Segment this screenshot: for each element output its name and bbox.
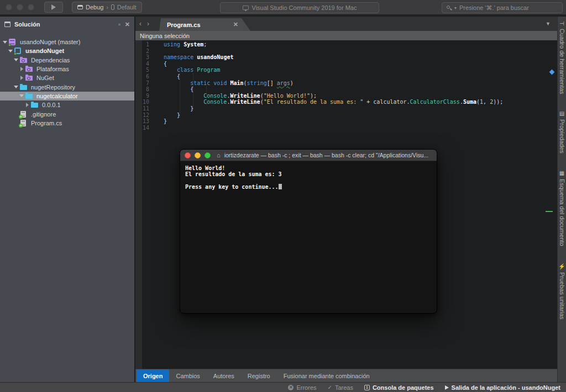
overview-change-marker bbox=[546, 211, 553, 212]
vc-tab-registro[interactable]: Registro bbox=[241, 369, 277, 382]
application-output-icon bbox=[445, 385, 449, 390]
tree-item-nugetcalculator[interactable]: nugetcalculator bbox=[0, 92, 134, 100]
code-line: 11 } bbox=[135, 105, 503, 112]
expand-icon[interactable] bbox=[19, 67, 24, 71]
collapse-icon[interactable] bbox=[2, 41, 8, 44]
tab-label: Program.cs bbox=[167, 22, 201, 28]
toolbox-icon: ⊤ bbox=[559, 21, 565, 26]
terminal-minimize-button[interactable] bbox=[195, 152, 201, 158]
code-line: 9 Console.WriteLine("Hello World!"); bbox=[135, 93, 503, 99]
collapse-icon[interactable] bbox=[8, 50, 13, 52]
status-item-consola-de-paquetes[interactable]: 1Consola de paquetes bbox=[364, 384, 434, 391]
vs-for-mac-window: Debug › Default Visual Studio Community … bbox=[0, 0, 566, 392]
tab-program-cs[interactable]: Program.cs ✕ bbox=[159, 18, 250, 31]
pad-tab-esquema-del-documento[interactable]: ▦Esquema del documento bbox=[559, 170, 565, 246]
configuration-icon bbox=[77, 5, 83, 9]
pad-tab-propiedades[interactable]: ▤Propiedades bbox=[559, 110, 565, 153]
pad-tab-cuadro-de-herramientas[interactable]: ⊤Cuadro de herramientas bbox=[559, 21, 565, 94]
line-number: 9 bbox=[135, 93, 164, 99]
breadcrumb[interactable]: Ninguna selección bbox=[135, 31, 557, 40]
document-tabbar: ‹› Program.cs ✕ ▼ bbox=[135, 17, 557, 31]
terminal-close-button[interactable] bbox=[185, 152, 191, 158]
collapse-icon[interactable] bbox=[13, 86, 19, 88]
status-item-label: Consola de paquetes bbox=[373, 384, 434, 391]
tree-item-plataformas[interactable]: Plataformas bbox=[0, 65, 134, 73]
close-pad-button[interactable]: ✕ bbox=[125, 21, 130, 28]
outline-icon: ▦ bbox=[559, 170, 565, 176]
line-number: 2 bbox=[135, 48, 164, 55]
terminal-line: Hello World! bbox=[185, 165, 432, 171]
app-icon bbox=[243, 6, 249, 10]
code-line: 13} bbox=[135, 118, 503, 125]
folder-purple-icon bbox=[25, 75, 33, 81]
tree-item-usandonuget-master-[interactable]: usandoNuget (master) bbox=[0, 38, 134, 46]
solution-pad-icon bbox=[4, 22, 11, 27]
git-added-badge: + bbox=[19, 115, 23, 119]
tab-list-dropdown-icon[interactable]: ▼ bbox=[546, 21, 551, 27]
minimize-window-button[interactable] bbox=[17, 4, 23, 10]
run-button[interactable] bbox=[44, 2, 63, 13]
collapse-icon[interactable] bbox=[13, 59, 19, 61]
expand-icon[interactable] bbox=[24, 103, 30, 107]
terminal-window[interactable]: ⌂ iortizdezarate — bash -c ; exit — bash… bbox=[180, 149, 437, 314]
tree-item-label: 0.0.0.1 bbox=[42, 102, 61, 108]
status-item-label: Tareas bbox=[335, 384, 353, 391]
vc-tab-autores[interactable]: Autores bbox=[207, 369, 241, 382]
code-line: 4{ bbox=[135, 61, 503, 67]
expand-icon[interactable] bbox=[19, 76, 24, 80]
folder-purple-icon bbox=[25, 66, 33, 72]
tree-item-program-cs[interactable]: +Program.cs bbox=[0, 119, 134, 128]
tree-item-label: .gitignore bbox=[31, 111, 56, 118]
line-number: 10 bbox=[135, 99, 164, 105]
code-line: 14 bbox=[135, 125, 503, 131]
errors-icon: ✕ bbox=[288, 385, 294, 390]
code-line: 12 } bbox=[135, 112, 503, 119]
zoom-window-button[interactable] bbox=[28, 4, 34, 10]
navigate-back-forward[interactable]: ‹› bbox=[139, 20, 155, 28]
status-item-label: Salida de la aplicación - usandoNuget bbox=[452, 384, 560, 391]
tree-item-nugetrepository[interactable]: nugetRepository bbox=[0, 82, 134, 91]
file-git-icon: + bbox=[20, 111, 28, 118]
collapse-icon[interactable] bbox=[19, 94, 24, 97]
code-line: 10 Console.WriteLine("El resultado de la… bbox=[135, 99, 503, 105]
status-item-tareas[interactable]: ✓Tareas bbox=[328, 384, 353, 391]
terminal-cursor bbox=[279, 184, 282, 189]
pad-tab-pruebas-unitarias[interactable]: ⚡Pruebas unitarias bbox=[559, 263, 565, 320]
search-placeholder: Presione '⌘.' para buscar bbox=[459, 4, 529, 12]
code-line: 7 static void Main(string[] args) bbox=[135, 80, 503, 87]
tree-item-dependencias[interactable]: Dependencias bbox=[0, 56, 134, 65]
folder-purple-icon bbox=[20, 57, 28, 63]
line-number: 5 bbox=[135, 67, 164, 73]
play-icon bbox=[51, 4, 56, 10]
tree-item-usandonuget[interactable]: usandoNuget bbox=[0, 46, 134, 55]
tree-item-label: nugetRepository bbox=[31, 84, 75, 91]
global-search-input[interactable]: ▾ Presione '⌘.' para buscar bbox=[442, 2, 563, 13]
tree-item-label: usandoNuget bbox=[25, 47, 64, 54]
tree-item-nuget[interactable]: NuGet bbox=[0, 73, 134, 82]
tree-item-label: nugetcalculator bbox=[36, 93, 78, 99]
terminal-titlebar[interactable]: ⌂ iortizdezarate — bash -c ; exit — bash… bbox=[180, 150, 437, 161]
window-controls bbox=[6, 4, 34, 10]
close-window-button[interactable] bbox=[6, 4, 12, 10]
status-item-salida-de-la-aplicaci-n-usandonuget[interactable]: Salida de la aplicación - usandoNuget bbox=[445, 384, 560, 391]
run-configuration-selector[interactable]: Debug › Default bbox=[72, 2, 142, 13]
tree-item-label: Program.cs bbox=[31, 120, 62, 126]
line-number: 11 bbox=[135, 105, 164, 112]
dock-pad-button[interactable]: ▫ bbox=[118, 21, 120, 28]
line-number: 4 bbox=[135, 61, 164, 67]
terminal-zoom-button[interactable] bbox=[205, 152, 211, 158]
close-tab-icon[interactable]: ✕ bbox=[233, 21, 238, 28]
vc-tab-origen[interactable]: Origen bbox=[137, 369, 169, 382]
status-item-errores[interactable]: ✕Errores bbox=[288, 384, 316, 391]
solution-pad: Solución ▫ ✕ usandoNuget (master)usandoN… bbox=[0, 17, 134, 382]
tree-item--gitignore[interactable]: +.gitignore bbox=[0, 109, 134, 118]
terminal-title: iortizdezarate — bash -c ; exit — bash —… bbox=[224, 152, 428, 158]
code-line: 3namespace usandoNuget bbox=[135, 54, 503, 61]
terminal-output[interactable]: Hello World!El resultado de la suma es: … bbox=[180, 161, 437, 194]
line-number: 12 bbox=[135, 112, 164, 119]
vc-tab-cambios[interactable]: Cambios bbox=[169, 369, 206, 382]
tree-item-0-0-0-1[interactable]: 0.0.0.1 bbox=[0, 100, 134, 109]
vc-tab-fusionar-mediante-combinaci-n[interactable]: Fusionar mediante combinación bbox=[277, 369, 376, 382]
pad-tab-label: Pruebas unitarias bbox=[559, 272, 565, 320]
search-icon bbox=[447, 6, 452, 10]
